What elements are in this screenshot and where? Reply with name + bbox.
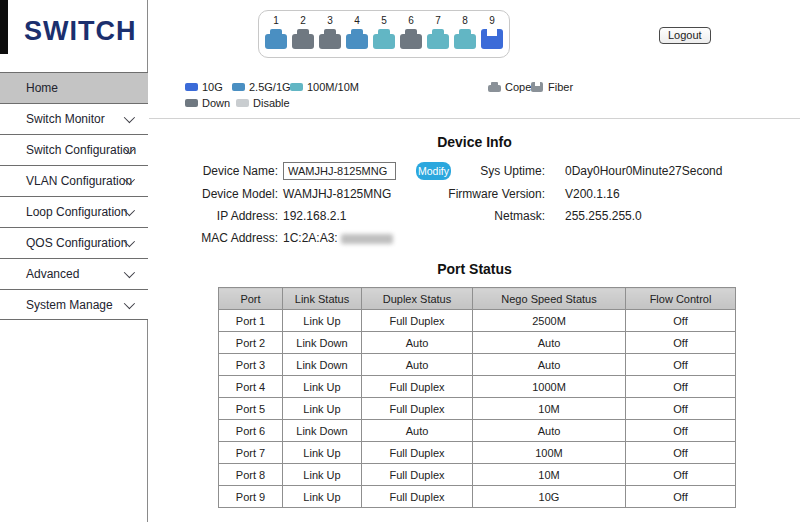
cell-duplex-status: Full Duplex	[362, 464, 473, 486]
sidebar-item-label: Advanced	[26, 267, 79, 281]
cell-duplex-status: Auto	[362, 354, 473, 376]
cell-link-status: Link Up	[283, 310, 362, 332]
cell-duplex-status: Full Duplex	[362, 398, 473, 420]
sidebar-item-switch-configuration[interactable]: Switch Configuration	[0, 134, 148, 165]
mac-address-value: 1C:2A:A3:	[283, 229, 393, 247]
legend-item-coper: Coper	[488, 81, 535, 93]
table-row: Port 1 Link Up Full Duplex 2500M Off	[219, 310, 736, 332]
cell-flow-control: Off	[626, 398, 736, 420]
cell-link-status: Link Up	[283, 442, 362, 464]
cell-port: Port 4	[219, 376, 283, 398]
device-info-row: Device Name: Modify Sys Uptime: 0Day0Hou…	[148, 162, 800, 180]
ip-address-value: 192.168.2.1	[283, 207, 346, 225]
legend-label: 10G	[202, 81, 223, 93]
legend-swatch	[185, 99, 198, 107]
sidebar-item-advanced[interactable]: Advanced	[0, 258, 148, 289]
cell-duplex-status: Full Duplex	[362, 310, 473, 332]
cell-port: Port 1	[219, 310, 283, 332]
cell-link-status: Link Down	[283, 420, 362, 442]
divider	[149, 118, 800, 119]
legend-item-disable: Disable	[236, 97, 290, 109]
cell-nego-speed: 10M	[473, 398, 626, 420]
legend-item-10g: 10G	[185, 81, 223, 93]
cell-link-status: Link Down	[283, 354, 362, 376]
table-row: Port 7 Link Up Full Duplex 100M Off	[219, 442, 736, 464]
cell-nego-speed: Auto	[473, 420, 626, 442]
table-row: Port 4 Link Up Full Duplex 1000M Off	[219, 376, 736, 398]
sidebar-item-loop-configuration[interactable]: Loop Configuration	[0, 196, 148, 227]
cell-duplex-status: Full Duplex	[362, 376, 473, 398]
cell-flow-control: Off	[626, 354, 736, 376]
device-info-title: Device Info	[149, 134, 800, 150]
legend-item-fiber: Fiber	[531, 81, 573, 93]
table-row: Port 5 Link Up Full Duplex 10M Off	[219, 398, 736, 420]
device-model-label: Device Model:	[148, 185, 278, 203]
sidebar-item-label: Loop Configuration	[26, 205, 127, 219]
sidebar-item-switch-monitor[interactable]: Switch Monitor	[0, 103, 148, 134]
cell-port: Port 8	[219, 464, 283, 486]
device-model-value: WAMJHJ-8125MNG	[283, 185, 391, 203]
cell-nego-speed: 100M	[473, 442, 626, 464]
cell-nego-speed: Auto	[473, 354, 626, 376]
cell-port: Port 2	[219, 332, 283, 354]
mac-address-redacted	[341, 234, 393, 244]
cell-port: Port 6	[219, 420, 283, 442]
legend-label: Disable	[253, 97, 290, 109]
device-info-row: IP Address: 192.168.2.1 Netmask: 255.255…	[148, 207, 800, 225]
cell-link-status: Link Up	[283, 464, 362, 486]
sidebar: SWITCH Home Switch Monitor Switch Config…	[0, 0, 148, 522]
legend-swatch	[185, 83, 198, 91]
copper-media-icon	[488, 82, 501, 92]
legend-label: 100M/10M	[307, 81, 359, 93]
table-row: Port 6 Link Down Auto Auto Off	[219, 420, 736, 442]
port-status-table: Port Link Status Duplex Status Nego Spee…	[218, 287, 736, 508]
device-name-input[interactable]	[283, 162, 396, 180]
legend-label: Down	[202, 97, 230, 109]
chevron-down-icon	[124, 298, 135, 309]
cell-duplex-status: Full Duplex	[362, 442, 473, 464]
legend: 10G 2.5G/1G 100M/10M Coper Fiber Down Di…	[148, 0, 800, 118]
legend-swatch	[290, 83, 303, 91]
legend-swatch	[236, 99, 249, 107]
firmware-version-label: Firmware Version:	[408, 185, 545, 203]
sidebar-item-system-manage[interactable]: System Manage	[0, 289, 148, 320]
legend-label: Fiber	[548, 81, 573, 93]
device-info-row: MAC Address: 1C:2A:A3:	[148, 229, 800, 247]
legend-label: 2.5G/1G	[249, 81, 291, 93]
sys-uptime-value: 0Day0Hour0Minute27Second	[565, 162, 722, 180]
cell-duplex-status: Auto	[362, 332, 473, 354]
sidebar-item-home[interactable]: Home	[0, 72, 148, 103]
sidebar-item-label: Switch Configuration	[26, 143, 136, 157]
cell-link-status: Link Up	[283, 486, 362, 508]
cell-nego-speed: Auto	[473, 332, 626, 354]
cell-flow-control: Off	[626, 420, 736, 442]
cell-nego-speed: 1000M	[473, 376, 626, 398]
cell-flow-control: Off	[626, 464, 736, 486]
netmask-label: Netmask:	[408, 207, 545, 225]
legend-item-2-5g-1g: 2.5G/1G	[232, 81, 291, 93]
device-info-row: Device Model: WAMJHJ-8125MNG Firmware Ve…	[148, 185, 800, 203]
fiber-media-icon	[531, 82, 544, 92]
cell-duplex-status: Full Duplex	[362, 486, 473, 508]
cell-duplex-status: Auto	[362, 420, 473, 442]
chevron-down-icon	[124, 112, 135, 123]
cell-flow-control: Off	[626, 376, 736, 398]
sidebar-item-vlan-configuration[interactable]: VLAN Configuration	[0, 165, 148, 196]
cell-link-status: Link Up	[283, 376, 362, 398]
table-row: Port 9 Link Up Full Duplex 10G Off	[219, 486, 736, 508]
sidebar-item-qos-configuration[interactable]: QOS Configuration	[0, 227, 148, 258]
cell-link-status: Link Up	[283, 398, 362, 420]
sidebar-item-label: Switch Monitor	[26, 112, 105, 126]
window-edge-artifact	[0, 0, 8, 54]
sidebar-menu: Home Switch Monitor Switch Configuration…	[0, 72, 148, 320]
firmware-version-value: V200.1.16	[565, 185, 620, 203]
column-header-duplex-status: Duplex Status	[362, 288, 473, 310]
legend-item-down: Down	[185, 97, 230, 109]
column-header-nego-speed-status: Nego Speed Status	[473, 288, 626, 310]
legend-swatch	[232, 83, 245, 91]
cell-flow-control: Off	[626, 332, 736, 354]
sidebar-item-label: VLAN Configuration	[26, 174, 132, 188]
page: SWITCH Home Switch Monitor Switch Config…	[0, 0, 800, 522]
table-header-row: Port Link Status Duplex Status Nego Spee…	[219, 288, 736, 310]
table-row: Port 8 Link Up Full Duplex 10M Off	[219, 464, 736, 486]
